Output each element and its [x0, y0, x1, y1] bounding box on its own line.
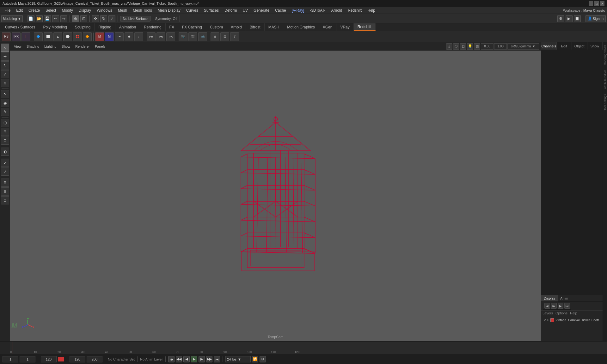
rp-tab-object[interactable]: Object	[572, 42, 587, 50]
tab-arnold[interactable]: Arnold	[227, 23, 246, 31]
menu-help[interactable]: Help	[365, 8, 378, 13]
menu-create[interactable]: Create	[26, 8, 42, 13]
shelf-rs-wave[interactable]: 〜	[115, 32, 124, 41]
toolbar-scale[interactable]: ⤢	[108, 15, 115, 22]
layer-icon-next[interactable]: ▶	[558, 303, 563, 309]
tool-group1[interactable]: ⊟	[1, 179, 9, 187]
menu-modify[interactable]: Modify	[59, 8, 75, 13]
layer-item-0[interactable]: V P Vintage_Carnival_Ticket_Bootr	[543, 318, 601, 323]
tool-snap[interactable]: ◐	[1, 148, 9, 156]
max-frame-field[interactable]: 200	[87, 356, 102, 362]
layer-icon-end[interactable]: ⏭	[564, 303, 570, 309]
shelf-pr-btn3[interactable]: PR	[166, 32, 175, 41]
tool-paint[interactable]: ✎	[1, 108, 9, 116]
play-fwd-fast-btn[interactable]: ▶▶	[206, 356, 212, 362]
toolbar-ipr[interactable]: 🔲	[574, 15, 581, 22]
tab-motion-graphics[interactable]: Motion Graphics	[283, 23, 319, 31]
viewport[interactable]: View Shading Lighting Show Renderer Pane…	[10, 42, 541, 341]
play-fwd-btn[interactable]: ▶	[191, 356, 197, 362]
fps-dropdown[interactable]: 24 fps ▼	[225, 356, 251, 362]
tab-rigging[interactable]: Rigging	[95, 23, 115, 31]
toolbar-rotate[interactable]: ↻	[100, 15, 107, 22]
menu-uv[interactable]: UV	[240, 8, 250, 13]
tool-manip2[interactable]: ↗	[1, 167, 9, 176]
shelf-rs-deco[interactable]: 🔶	[83, 32, 92, 41]
tool-manip1[interactable]: ↙	[1, 159, 9, 167]
tab-xgen[interactable]: XGen	[319, 23, 337, 31]
shelf-rs-triangle[interactable]: ▲	[53, 32, 62, 41]
menu-mesh[interactable]: Mesh	[115, 8, 130, 13]
toolbar-undo[interactable]: ↩	[52, 15, 59, 22]
loop-btn[interactable]: 🔁	[252, 356, 258, 362]
go-start-btn[interactable]: ⏮	[168, 356, 175, 362]
toolbar-render[interactable]: ▶	[566, 15, 573, 22]
tab-rendering[interactable]: Rendering	[140, 23, 165, 31]
attribute-editor-label[interactable]: Attribute Editor	[603, 68, 607, 92]
tab-bifrost[interactable]: Bifrost	[246, 23, 265, 31]
tab-poly-modeling[interactable]: Poly Modeling	[39, 23, 71, 31]
rp-tab-edit[interactable]: Edit	[557, 42, 572, 50]
toolbar-select-mode[interactable]: ⊕	[72, 15, 79, 22]
tab-mash[interactable]: MASH	[265, 23, 284, 31]
shelf-help[interactable]: ?	[230, 32, 239, 41]
menu-select[interactable]: Select	[43, 8, 58, 13]
menu-curves[interactable]: Curves	[184, 8, 201, 13]
toolbar-render-settings[interactable]: ⚙	[557, 15, 564, 22]
range-start-field[interactable]: 1	[20, 356, 35, 362]
tab-redshift[interactable]: Redshift	[354, 23, 376, 31]
rp-tab-channels[interactable]: Channels	[541, 42, 557, 50]
sign-in-btn[interactable]: 👤 Sign In	[586, 15, 606, 22]
tool-rotate[interactable]: ↻	[1, 61, 9, 70]
da-tab-anim[interactable]: Anim	[558, 295, 571, 301]
timeline-ruler[interactable]: 0 10 20 30 40 50 60 70 80 90 100 110 120	[10, 342, 607, 354]
tool-universal[interactable]: ⊕	[1, 79, 9, 87]
toolbar-lasso[interactable]: ⊡	[80, 15, 87, 22]
rp-tab-show[interactable]: Show	[587, 42, 603, 50]
tool-marquee[interactable]: ⊞	[1, 128, 9, 136]
modeling-toolkit-label[interactable]: Modeling Toolkit	[603, 42, 607, 68]
tool-select[interactable]: ↖	[1, 44, 9, 52]
shelf-rs-render[interactable]: RS	[2, 32, 11, 41]
settings-btn[interactable]: ⚙	[260, 356, 266, 362]
menu-edit[interactable]: Edit	[14, 8, 25, 13]
tab-custom[interactable]: Custom	[206, 23, 227, 31]
play-back-btn[interactable]: ◀◀	[176, 356, 182, 362]
shelf-cam2[interactable]: 🎬	[188, 32, 197, 41]
shelf-rs-oval[interactable]: ⭕	[73, 32, 82, 41]
prev-frame-btn[interactable]: ◀	[183, 356, 190, 362]
shelf-rs-light-dome[interactable]: 🔷	[34, 32, 43, 41]
go-end-btn[interactable]: ⏭	[214, 356, 220, 362]
tab-curves-surfaces[interactable]: Curves / Surfaces	[1, 23, 39, 31]
toolbar-redo[interactable]: ↪	[60, 15, 67, 22]
menu-arnold[interactable]: Arnold	[329, 8, 345, 13]
layers-menu-help[interactable]: Help	[570, 311, 577, 315]
menu-mesh-display[interactable]: Mesh Display	[155, 8, 183, 13]
shelf-cam3[interactable]: 📹	[198, 32, 207, 41]
shelf-rs-cube[interactable]: ⬜	[44, 32, 52, 41]
tab-fx[interactable]: FX	[166, 23, 178, 31]
tab-vray[interactable]: VRay	[336, 23, 353, 31]
layers-menu-layers[interactable]: Layers	[543, 311, 553, 315]
shelf-pr-btn2[interactable]: PR	[156, 32, 165, 41]
menu-windows[interactable]: Windows	[94, 8, 115, 13]
menu-redshift[interactable]: Redshift	[345, 8, 364, 13]
tool-camera[interactable]: ⊡	[1, 136, 9, 145]
shelf-rs-region[interactable]: !	[21, 32, 30, 41]
shelf-rs-ipr[interactable]: IPR	[12, 32, 21, 41]
menu-display[interactable]: Display	[76, 8, 94, 13]
shelf-pr-btn1[interactable]: PR	[147, 32, 156, 41]
layer-icon-step[interactable]: ⏮	[551, 303, 557, 309]
toolbar-open[interactable]: 📂	[36, 15, 43, 22]
menu-vray[interactable]: [V-Ray]	[289, 8, 307, 13]
menu-file[interactable]: File	[2, 8, 13, 13]
menu-mesh-tools[interactable]: Mesh Tools	[130, 8, 154, 13]
da-tab-display[interactable]: Display	[541, 295, 558, 301]
tab-fx-caching[interactable]: FX Caching	[178, 23, 206, 31]
tool-soft-select[interactable]: ↖	[1, 90, 9, 98]
shelf-rs-arrow[interactable]: ↕	[134, 32, 143, 41]
minimize-button[interactable]: —	[589, 1, 593, 6]
menu-generate[interactable]: Generate	[251, 8, 272, 13]
workspace-dropdown[interactable]: Modeling ▼	[1, 15, 23, 22]
end-frame-field[interactable]: 120	[70, 356, 85, 362]
shelf-rs-circle[interactable]: ◉	[125, 32, 133, 41]
